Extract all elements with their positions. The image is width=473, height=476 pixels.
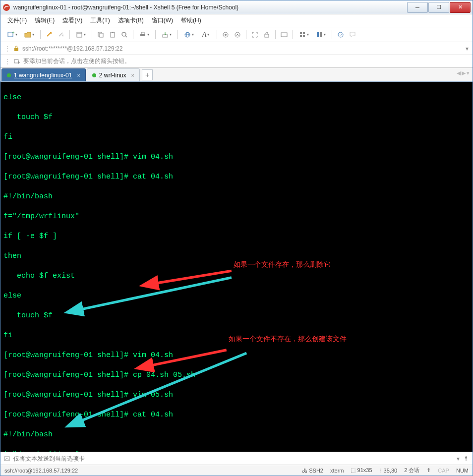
app-window: wangruifenglinux-01 - root@wangruifeng-0…: [0, 0, 473, 476]
xagent-button[interactable]: [220, 29, 231, 40]
separator: [69, 30, 70, 39]
svg-point-0: [3, 4, 10, 11]
svg-rect-8: [112, 32, 114, 33]
separator: [155, 30, 156, 39]
separator: [92, 30, 92, 39]
terminal-line: f="/tmp/wrflinux": [3, 212, 470, 222]
status-sessions-up-icon[interactable]: ⬆: [426, 467, 431, 474]
tab-prev-icon[interactable]: ◀: [457, 70, 461, 76]
hint-bar: ⋮ 要添加当前会话，点击左侧的箭头按钮。: [0, 55, 473, 68]
terminal-line: [root@wangruifeng-01 shell]# vim 04.sh: [3, 351, 470, 360]
tab-menu-icon[interactable]: ▾: [467, 70, 470, 76]
fullscreen-button[interactable]: [249, 29, 260, 40]
separator: [217, 30, 217, 39]
keyboard-button[interactable]: [279, 29, 290, 40]
svg-rect-20: [265, 34, 269, 37]
compose-input[interactable]: [13, 455, 454, 462]
separator: [133, 30, 133, 39]
session-tab-2[interactable]: 2 wrf-linux ×: [87, 68, 140, 81]
reconnect-button[interactable]: [44, 29, 55, 40]
status-cursor-pos: ⸽ 35,30: [379, 468, 398, 474]
separator: [332, 30, 332, 39]
menu-file[interactable]: 文件(F): [4, 15, 30, 26]
terminal-line: else: [3, 93, 470, 103]
status-cap: CAP: [438, 468, 449, 474]
disconnect-button[interactable]: [56, 29, 66, 40]
annotation-text: 如果一个文件存在，那么删除它: [234, 259, 331, 269]
tab-close-icon[interactable]: ×: [77, 72, 80, 78]
pin-icon[interactable]: [463, 455, 470, 462]
svg-rect-32: [14, 48, 18, 51]
terminal-line: [root@wangruifeng-01 shell]# vim 05.sh: [3, 390, 470, 400]
tile-button[interactable]: [296, 29, 312, 40]
separator: [275, 30, 276, 39]
menu-help[interactable]: 帮助(H): [178, 15, 204, 26]
grip-icon: ⋮: [4, 45, 10, 52]
window-title: wangruifenglinux-01 - root@wangruifeng-0…: [13, 4, 407, 11]
properties-button[interactable]: [73, 29, 89, 40]
svg-rect-37: [4, 457, 9, 461]
status-bar: ssh://root@192.168.57.129:22 🖧 SSH2 xter…: [0, 465, 473, 476]
status-size: ⬚ 91x35: [351, 467, 372, 474]
arrow-add-icon[interactable]: [13, 58, 20, 65]
open-button[interactable]: [21, 29, 37, 40]
add-tab-button[interactable]: +: [142, 69, 153, 80]
svg-text:+: +: [12, 31, 14, 35]
tab-next-icon[interactable]: ▶: [462, 70, 466, 76]
separator: [293, 30, 293, 39]
menu-view[interactable]: 查看(V): [59, 15, 85, 26]
svg-rect-3: [77, 32, 82, 37]
menu-edit[interactable]: 编辑(E): [32, 15, 58, 26]
print-button[interactable]: [136, 29, 152, 40]
chat-button[interactable]: [347, 29, 358, 40]
svg-rect-27: [303, 35, 305, 37]
new-session-button[interactable]: +: [4, 29, 20, 40]
copy-button[interactable]: [95, 29, 106, 40]
tile2-button[interactable]: [313, 29, 329, 40]
globe-button[interactable]: [181, 29, 197, 40]
tab-label: 1 wangruifenglinux-01: [14, 72, 72, 79]
svg-rect-28: [317, 32, 319, 37]
menu-window[interactable]: 窗口(W): [149, 15, 176, 26]
lock-button[interactable]: [261, 29, 272, 40]
transfer-button[interactable]: [159, 29, 175, 40]
svg-rect-25: [303, 32, 305, 34]
terminal-line: touch $f: [3, 113, 470, 122]
paste-button[interactable]: [107, 29, 118, 40]
window-controls: ─ ☐ ✕: [407, 2, 471, 13]
status-dot-icon: [92, 73, 96, 77]
toolbar: + A ?: [0, 27, 473, 42]
status-sessions: 2 会话: [404, 467, 419, 474]
compose-menu-icon[interactable]: ▾: [457, 455, 460, 462]
maximize-button[interactable]: ☐: [428, 2, 449, 13]
status-termtype: xterm: [330, 468, 344, 474]
address-dropdown[interactable]: ▾: [466, 45, 469, 52]
help-button[interactable]: ?: [335, 29, 346, 40]
menu-tools[interactable]: 工具(T): [87, 15, 113, 26]
find-button[interactable]: [119, 29, 130, 40]
terminal-line: echo $f exist: [3, 271, 470, 281]
close-button[interactable]: ✕: [450, 2, 471, 13]
lock-icon: [13, 46, 19, 52]
font-button[interactable]: A: [198, 29, 214, 40]
xftp-button[interactable]: [232, 29, 243, 40]
terminal-line: #!/bin/bash: [3, 192, 470, 202]
send-icon[interactable]: [3, 455, 10, 462]
tab-bar: 1 wangruifenglinux-01 × 2 wrf-linux × + …: [0, 68, 473, 82]
terminal[interactable]: else touch $f fi [root@wangruifeng-01 sh…: [0, 82, 473, 452]
address-text[interactable]: ssh://root:********@192.168.57.129:22: [22, 45, 122, 52]
session-tab-1[interactable]: 1 wangruifenglinux-01 ×: [1, 68, 86, 81]
tab-label: 2 wrf-linux: [99, 72, 126, 79]
terminal-line: f="/tmp/wrflinux": [3, 450, 470, 452]
tab-close-icon[interactable]: ×: [131, 72, 134, 78]
annotation-text: 如果一个文件不存在，那么创建该文件: [229, 334, 347, 344]
terminal-line: touch $f: [3, 311, 470, 321]
separator: [246, 30, 246, 39]
compose-bar: ▾: [0, 452, 473, 465]
app-icon: [2, 3, 10, 11]
svg-text:?: ?: [340, 33, 342, 37]
svg-rect-21: [281, 33, 287, 37]
menu-tabs[interactable]: 选项卡(B): [115, 15, 147, 26]
minimize-button[interactable]: ─: [407, 2, 428, 13]
status-num: NUM: [456, 468, 469, 474]
